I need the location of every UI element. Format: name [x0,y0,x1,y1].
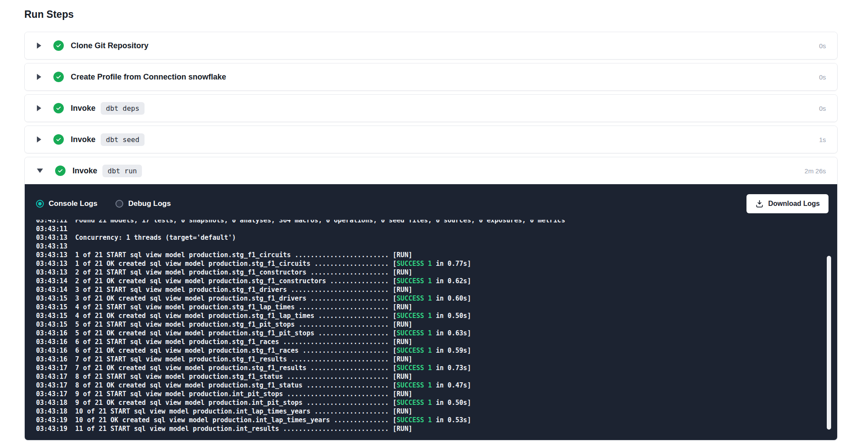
step-duration: 1s [819,136,826,143]
chevron-right-icon[interactable] [37,136,41,142]
log-message: 10 of 21 START sql view model production… [75,407,412,415]
check-circle-icon [53,72,64,82]
log-message: 6 of 21 OK created sql view model produc… [75,347,397,354]
log-line: 03:43:14 3 of 21 START sql view model pr… [36,285,820,294]
log-line: 03:43:18 10 of 21 START sql view model p… [36,407,820,416]
log-line: 03:43:15 3 of 21 OK created sql view mod… [36,294,820,303]
log-message-suffix: in 0.50s] [432,312,471,320]
log-line: 03:43:15 4 of 21 START sql view model pr… [36,303,820,311]
log-timestamp: 03:43:11 [36,220,75,224]
log-success-badge: SUCCESS 1 [397,329,432,337]
steps-list: Clone Git Repository 0s Create Profile f… [24,32,838,440]
command-chip: dbt run [102,165,142,177]
log-timestamp: 03:43:17 [36,364,75,372]
log-message: 7 of 21 OK created sql view model produc… [75,364,397,372]
check-circle-icon [53,134,64,145]
log-timestamp: 03:43:16 [36,347,75,354]
console-toolbar: Console Logs Debug Logs Download Logs [25,184,837,215]
log-message: 2 of 21 START sql view model production.… [75,268,412,276]
log-timestamp: 03:43:17 [36,381,75,389]
log-message: 5 of 21 START sql view model production.… [75,321,412,328]
log-line: 03:43:15 4 of 21 OK created sql view mod… [36,311,820,320]
scrollbar-thumb[interactable] [827,256,831,430]
log-message: 10 of 21 OK created sql view model produ… [75,416,397,424]
log-line: 03:43:13 Concurrency: 1 threads (target=… [36,233,820,242]
log-message: 1 of 21 OK created sql view model produc… [75,260,397,268]
log-timestamp: 03:43:13 [36,260,75,268]
console-logs-radio[interactable]: Console Logs [36,199,97,208]
log-timestamp: 03:43:17 [36,373,75,381]
log-message-suffix: in 0.62s] [432,277,471,285]
log-success-badge: SUCCESS 1 [397,399,432,407]
page-title: Run Steps [24,9,868,20]
log-message: 5 of 21 OK created sql view model produc… [75,329,397,337]
log-line: 03:43:16 5 of 21 OK created sql view mod… [36,329,820,338]
log-line: 03:43:15 5 of 21 START sql view model pr… [36,320,820,329]
step-header-invoke-dbt-run[interactable]: Invoke dbt run 2m 26s [25,157,837,184]
log-line: 03:43:18 9 of 21 OK created sql view mod… [36,398,820,407]
log-success-badge: SUCCESS 1 [397,260,432,268]
step-invoke-dbt-seed: Invoke dbt seed 1s [24,126,838,153]
step-header-invoke-dbt-deps[interactable]: Invoke dbt deps 0s [25,95,837,122]
log-message: 9 of 21 OK created sql view model produc… [75,399,397,407]
log-timestamp: 03:43:14 [36,286,75,294]
log-timestamp: 03:43:15 [36,295,75,302]
log-line: 03:43:11 [36,225,820,233]
log-line: 03:43:13 [36,242,820,251]
download-icon [755,199,764,208]
command-chip: dbt deps [101,102,145,115]
log-line: 03:43:13 1 of 21 START sql view model pr… [36,251,820,259]
check-circle-icon [53,40,64,51]
command-chip: dbt seed [101,133,145,146]
log-message: 2 of 21 OK created sql view model produc… [75,277,397,285]
step-label: Clone Git Repository [71,41,148,50]
log-line: 03:43:13 1 of 21 OK created sql view mod… [36,259,820,268]
check-circle-icon [55,166,66,176]
log-message: 9 of 21 START sql view model production.… [75,390,412,398]
log-success-badge: SUCCESS 1 [397,347,432,354]
log-message: 3 of 21 OK created sql view model produc… [75,295,397,302]
chevron-right-icon[interactable] [37,43,41,49]
log-success-badge: SUCCESS 1 [397,364,432,372]
step-label: Invoke [72,166,97,175]
log-message: 4 of 21 START sql view model production.… [75,303,412,311]
chevron-right-icon[interactable] [37,105,41,111]
log-message: Concurrency: 1 threads (target='default'… [75,234,236,242]
step-invoke-dbt-run: Invoke dbt run 2m 26s Console Logs Debug… [24,157,838,440]
debug-logs-radio[interactable]: Debug Logs [115,199,171,208]
log-message-suffix: in 0.59s] [432,347,471,354]
log-timestamp: 03:43:17 [36,390,75,398]
log-timestamp: 03:43:13 [36,234,75,242]
radio-label: Debug Logs [128,199,171,208]
log-line: 03:43:19 10 of 21 OK created sql view mo… [36,416,820,424]
log-timestamp: 03:43:18 [36,399,75,407]
log-line: 03:43:11 Found 21 models, 17 tests, 0 sn… [36,220,820,225]
log-message-suffix: in 0.73s] [432,364,471,372]
log-message: 7 of 21 START sql view model production.… [75,355,412,363]
console-panel: Console Logs Debug Logs Download Logs 03… [25,184,837,440]
chevron-right-icon[interactable] [37,74,41,80]
step-header-invoke-dbt-seed[interactable]: Invoke dbt seed 1s [25,126,837,153]
log-timestamp: 03:43:19 [36,425,75,433]
log-timestamp: 03:43:13 [36,242,75,250]
chevron-down-icon[interactable] [37,169,43,173]
log-message-suffix: in 0.60s] [432,295,471,302]
log-line: 03:43:17 8 of 21 OK created sql view mod… [36,381,820,390]
log-timestamp: 03:43:16 [36,355,75,363]
radio-selected-icon [36,200,44,208]
step-label: Invoke [71,135,95,144]
step-label: Invoke [71,104,95,113]
step-header-clone-git-repository[interactable]: Clone Git Repository 0s [25,32,837,59]
log-success-badge: SUCCESS 1 [397,295,432,302]
step-duration: 0s [819,105,826,112]
step-label: Create Profile from Connection snowflake [71,73,226,82]
download-logs-button[interactable]: Download Logs [746,194,829,213]
log-line: 03:43:16 7 of 21 START sql view model pr… [36,355,820,364]
step-header-create-profile[interactable]: Create Profile from Connection snowflake… [25,63,837,90]
log-message: 4 of 21 OK created sql view model produc… [75,312,397,320]
console-log-output[interactable]: 03:43:11 Found 21 models, 17 tests, 0 sn… [25,220,837,440]
log-line: 03:43:19 11 of 21 START sql view model p… [36,424,820,433]
log-success-badge: SUCCESS 1 [397,381,432,389]
log-message-suffix: in 0.53s] [432,416,471,424]
log-timestamp: 03:43:19 [36,416,75,424]
